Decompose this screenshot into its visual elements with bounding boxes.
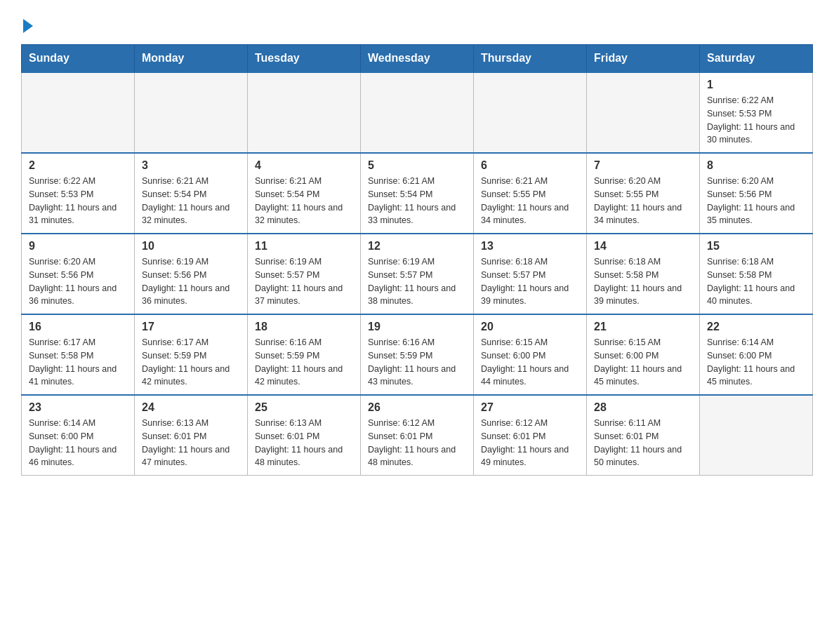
day-number: 12	[368, 240, 466, 253]
calendar-week-row: 2Sunrise: 6:22 AM Sunset: 5:53 PM Daylig…	[22, 153, 813, 234]
calendar-cell: 13Sunrise: 6:18 AM Sunset: 5:57 PM Dayli…	[474, 234, 587, 314]
day-info: Sunrise: 6:21 AM Sunset: 5:54 PM Dayligh…	[255, 175, 353, 227]
day-info: Sunrise: 6:21 AM Sunset: 5:54 PM Dayligh…	[368, 175, 466, 227]
day-number: 23	[29, 401, 127, 414]
day-info: Sunrise: 6:14 AM Sunset: 6:00 PM Dayligh…	[29, 417, 127, 469]
weekday-header-saturday: Saturday	[700, 45, 813, 73]
day-info: Sunrise: 6:13 AM Sunset: 6:01 PM Dayligh…	[255, 417, 353, 469]
day-info: Sunrise: 6:15 AM Sunset: 6:00 PM Dayligh…	[481, 336, 579, 389]
day-info: Sunrise: 6:22 AM Sunset: 5:53 PM Dayligh…	[707, 94, 805, 147]
weekday-header-friday: Friday	[587, 45, 700, 73]
day-number: 8	[707, 159, 805, 172]
calendar-cell: 23Sunrise: 6:14 AM Sunset: 6:00 PM Dayli…	[22, 395, 135, 476]
calendar-cell: 15Sunrise: 6:18 AM Sunset: 5:58 PM Dayli…	[700, 234, 813, 314]
calendar-cell: 6Sunrise: 6:21 AM Sunset: 5:55 PM Daylig…	[474, 153, 587, 234]
day-number: 27	[481, 401, 579, 414]
calendar-cell	[700, 395, 813, 476]
calendar-cell	[587, 72, 700, 153]
calendar-cell: 4Sunrise: 6:21 AM Sunset: 5:54 PM Daylig…	[248, 153, 361, 234]
day-number: 14	[594, 240, 692, 253]
day-info: Sunrise: 6:19 AM Sunset: 5:56 PM Dayligh…	[142, 255, 240, 308]
day-info: Sunrise: 6:16 AM Sunset: 5:59 PM Dayligh…	[255, 336, 353, 389]
calendar-cell	[361, 72, 474, 153]
day-number: 10	[142, 240, 240, 253]
day-info: Sunrise: 6:12 AM Sunset: 6:01 PM Dayligh…	[368, 417, 466, 469]
day-info: Sunrise: 6:22 AM Sunset: 5:53 PM Dayligh…	[29, 175, 127, 227]
day-info: Sunrise: 6:14 AM Sunset: 6:00 PM Dayligh…	[707, 336, 805, 389]
calendar-table: SundayMondayTuesdayWednesdayThursdayFrid…	[21, 44, 813, 476]
calendar-cell	[22, 72, 135, 153]
calendar-cell: 11Sunrise: 6:19 AM Sunset: 5:57 PM Dayli…	[248, 234, 361, 314]
day-info: Sunrise: 6:11 AM Sunset: 6:01 PM Dayligh…	[594, 417, 692, 469]
logo-arrow-icon	[23, 19, 33, 33]
calendar-cell: 16Sunrise: 6:17 AM Sunset: 5:58 PM Dayli…	[22, 314, 135, 395]
day-number: 20	[481, 321, 579, 333]
calendar-cell: 10Sunrise: 6:19 AM Sunset: 5:56 PM Dayli…	[135, 234, 248, 314]
day-number: 17	[142, 321, 240, 333]
day-number: 2	[29, 159, 127, 172]
weekday-header-wednesday: Wednesday	[361, 45, 474, 73]
day-number: 3	[142, 159, 240, 172]
calendar-cell: 14Sunrise: 6:18 AM Sunset: 5:58 PM Dayli…	[587, 234, 700, 314]
day-info: Sunrise: 6:17 AM Sunset: 5:59 PM Dayligh…	[142, 336, 240, 389]
weekday-header-thursday: Thursday	[474, 45, 587, 73]
calendar-cell: 3Sunrise: 6:21 AM Sunset: 5:54 PM Daylig…	[135, 153, 248, 234]
calendar-cell: 21Sunrise: 6:15 AM Sunset: 6:00 PM Dayli…	[587, 314, 700, 395]
calendar-cell: 19Sunrise: 6:16 AM Sunset: 5:59 PM Dayli…	[361, 314, 474, 395]
day-info: Sunrise: 6:18 AM Sunset: 5:57 PM Dayligh…	[481, 255, 579, 308]
day-info: Sunrise: 6:18 AM Sunset: 5:58 PM Dayligh…	[707, 255, 805, 308]
calendar-cell: 9Sunrise: 6:20 AM Sunset: 5:56 PM Daylig…	[22, 234, 135, 314]
day-info: Sunrise: 6:20 AM Sunset: 5:56 PM Dayligh…	[707, 175, 805, 227]
day-info: Sunrise: 6:19 AM Sunset: 5:57 PM Dayligh…	[368, 255, 466, 308]
calendar-cell: 1Sunrise: 6:22 AM Sunset: 5:53 PM Daylig…	[700, 72, 813, 153]
day-number: 13	[481, 240, 579, 253]
day-info: Sunrise: 6:15 AM Sunset: 6:00 PM Dayligh…	[594, 336, 692, 389]
calendar-cell: 8Sunrise: 6:20 AM Sunset: 5:56 PM Daylig…	[700, 153, 813, 234]
calendar-cell: 20Sunrise: 6:15 AM Sunset: 6:00 PM Dayli…	[474, 314, 587, 395]
calendar-cell: 17Sunrise: 6:17 AM Sunset: 5:59 PM Dayli…	[135, 314, 248, 395]
day-number: 22	[707, 321, 805, 333]
day-number: 4	[255, 159, 353, 172]
day-number: 19	[368, 321, 466, 333]
day-info: Sunrise: 6:18 AM Sunset: 5:58 PM Dayligh…	[594, 255, 692, 308]
day-info: Sunrise: 6:21 AM Sunset: 5:55 PM Dayligh…	[481, 175, 579, 227]
day-number: 21	[594, 321, 692, 333]
calendar-cell: 25Sunrise: 6:13 AM Sunset: 6:01 PM Dayli…	[248, 395, 361, 476]
day-info: Sunrise: 6:13 AM Sunset: 6:01 PM Dayligh…	[142, 417, 240, 469]
calendar-cell	[135, 72, 248, 153]
weekday-header-tuesday: Tuesday	[248, 45, 361, 73]
calendar-week-row: 23Sunrise: 6:14 AM Sunset: 6:00 PM Dayli…	[22, 395, 813, 476]
day-number: 11	[255, 240, 353, 253]
calendar-cell: 12Sunrise: 6:19 AM Sunset: 5:57 PM Dayli…	[361, 234, 474, 314]
day-number: 7	[594, 159, 692, 172]
weekday-header-monday: Monday	[135, 45, 248, 73]
day-number: 16	[29, 321, 127, 333]
calendar-cell: 26Sunrise: 6:12 AM Sunset: 6:01 PM Dayli…	[361, 395, 474, 476]
logo	[21, 14, 33, 30]
calendar-cell: 27Sunrise: 6:12 AM Sunset: 6:01 PM Dayli…	[474, 395, 587, 476]
calendar-cell: 2Sunrise: 6:22 AM Sunset: 5:53 PM Daylig…	[22, 153, 135, 234]
calendar-week-row: 16Sunrise: 6:17 AM Sunset: 5:58 PM Dayli…	[22, 314, 813, 395]
calendar-cell	[474, 72, 587, 153]
day-number: 18	[255, 321, 353, 333]
day-number: 15	[707, 240, 805, 253]
day-number: 9	[29, 240, 127, 253]
calendar-cell: 7Sunrise: 6:20 AM Sunset: 5:55 PM Daylig…	[587, 153, 700, 234]
day-info: Sunrise: 6:21 AM Sunset: 5:54 PM Dayligh…	[142, 175, 240, 227]
day-info: Sunrise: 6:20 AM Sunset: 5:55 PM Dayligh…	[594, 175, 692, 227]
day-number: 24	[142, 401, 240, 414]
day-number: 1	[707, 79, 805, 91]
day-number: 5	[368, 159, 466, 172]
calendar-cell: 22Sunrise: 6:14 AM Sunset: 6:00 PM Dayli…	[700, 314, 813, 395]
day-info: Sunrise: 6:20 AM Sunset: 5:56 PM Dayligh…	[29, 255, 127, 308]
calendar-header-row: SundayMondayTuesdayWednesdayThursdayFrid…	[22, 45, 813, 73]
calendar-cell: 18Sunrise: 6:16 AM Sunset: 5:59 PM Dayli…	[248, 314, 361, 395]
day-number: 28	[594, 401, 692, 414]
weekday-header-sunday: Sunday	[22, 45, 135, 73]
page-header	[21, 14, 813, 30]
day-info: Sunrise: 6:19 AM Sunset: 5:57 PM Dayligh…	[255, 255, 353, 308]
day-info: Sunrise: 6:17 AM Sunset: 5:58 PM Dayligh…	[29, 336, 127, 389]
day-info: Sunrise: 6:12 AM Sunset: 6:01 PM Dayligh…	[481, 417, 579, 469]
day-number: 26	[368, 401, 466, 414]
calendar-cell: 24Sunrise: 6:13 AM Sunset: 6:01 PM Dayli…	[135, 395, 248, 476]
